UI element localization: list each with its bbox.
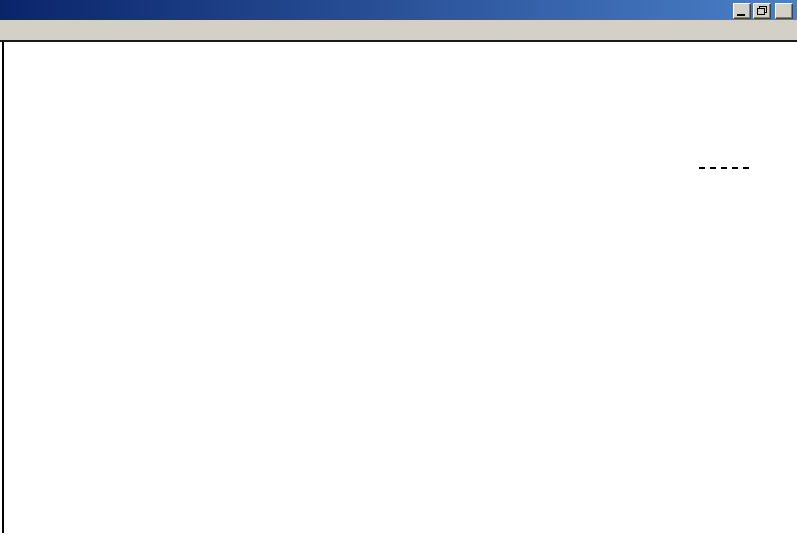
restore-button[interactable] bbox=[753, 3, 771, 19]
app-window: { "window": { "title": "Sistema de Infor… bbox=[0, 0, 797, 544]
window-controls bbox=[733, 3, 793, 19]
minimize-icon bbox=[737, 14, 745, 16]
legend-promedio-line bbox=[699, 167, 749, 169]
chart-plot bbox=[0, 42, 797, 544]
content-area bbox=[0, 42, 797, 544]
menu-archivo[interactable] bbox=[0, 28, 14, 32]
minimize-button[interactable] bbox=[733, 3, 751, 19]
menu-hidrometria[interactable] bbox=[28, 28, 42, 32]
menu-almacenamiento[interactable] bbox=[42, 28, 56, 32]
menu-bar bbox=[0, 20, 797, 42]
menu-seguridad[interactable] bbox=[56, 28, 70, 32]
close-button[interactable] bbox=[775, 3, 793, 19]
menu-catalogo[interactable] bbox=[14, 28, 28, 32]
menu-ventana[interactable] bbox=[70, 28, 84, 32]
chart-legend bbox=[699, 164, 749, 173]
title-bar bbox=[0, 0, 797, 20]
